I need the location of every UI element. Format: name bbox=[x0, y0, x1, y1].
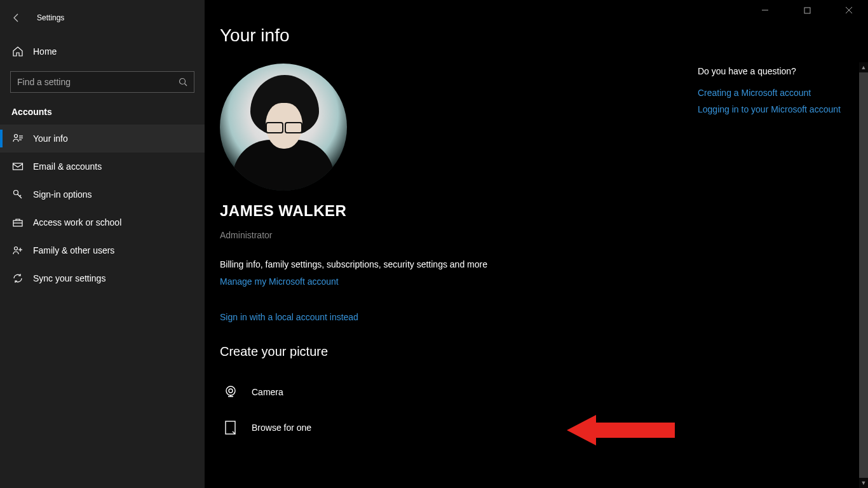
svg-point-18 bbox=[229, 389, 233, 393]
camera-label: Camera bbox=[252, 387, 283, 397]
key-icon bbox=[11, 189, 24, 200]
sidebar: Settings Home Accounts Your info bbox=[0, 0, 205, 488]
search-input[interactable] bbox=[10, 71, 194, 93]
sidebar-item-sync-settings[interactable]: Sync your settings bbox=[0, 264, 205, 292]
close-button[interactable] bbox=[837, 0, 860, 20]
home-icon bbox=[11, 46, 24, 57]
browse-action[interactable]: Browse for one bbox=[220, 410, 675, 445]
scrollbar[interactable]: ▲ ▼ bbox=[859, 62, 868, 488]
mail-icon bbox=[11, 161, 24, 172]
camera-action[interactable]: Camera bbox=[220, 374, 675, 410]
camera-icon bbox=[220, 384, 241, 400]
avatar bbox=[220, 64, 347, 191]
maximize-button[interactable] bbox=[796, 0, 818, 20]
help-panel: Do you have a question? Creating a Micro… bbox=[698, 66, 850, 121]
nav-list: Your info Email & accounts Sign-in optio… bbox=[0, 125, 205, 292]
sidebar-item-label: Your info bbox=[33, 133, 68, 144]
sidebar-header: Settings bbox=[0, 5, 205, 30]
sidebar-item-label: Family & other users bbox=[33, 245, 114, 255]
sidebar-item-label: Sync your settings bbox=[33, 273, 105, 283]
home-label: Home bbox=[33, 46, 57, 57]
picture-section-title: Create your picture bbox=[220, 344, 675, 359]
sidebar-item-access-work-school[interactable]: Access work or school bbox=[0, 208, 205, 236]
sidebar-item-your-info[interactable]: Your info bbox=[0, 125, 205, 152]
help-link-login-account[interactable]: Logging in to your Microsoft account bbox=[698, 104, 850, 114]
sidebar-item-label: Email & accounts bbox=[33, 161, 102, 172]
search-field[interactable] bbox=[17, 77, 179, 87]
briefcase-icon bbox=[11, 217, 24, 228]
svg-line-1 bbox=[185, 84, 187, 86]
titlebar-controls bbox=[754, 0, 860, 20]
billing-description: Billing info, family settings, subscript… bbox=[220, 259, 675, 269]
file-icon bbox=[220, 419, 241, 436]
sidebar-item-family-users[interactable]: Family & other users bbox=[0, 236, 205, 264]
svg-point-0 bbox=[180, 79, 186, 85]
sidebar-item-label: Access work or school bbox=[33, 217, 121, 227]
window-title: Settings bbox=[37, 13, 64, 22]
people-icon bbox=[11, 245, 24, 256]
browse-label: Browse for one bbox=[252, 423, 311, 433]
svg-point-17 bbox=[226, 386, 235, 395]
svg-rect-6 bbox=[13, 163, 23, 170]
scrollbar-thumb[interactable] bbox=[859, 72, 868, 478]
scroll-down-icon[interactable]: ▼ bbox=[859, 478, 868, 488]
user-role: Administrator bbox=[220, 230, 675, 240]
sync-icon bbox=[11, 273, 24, 284]
minimize-button[interactable] bbox=[754, 0, 776, 20]
main-content: Your info JAMES WALKER Administrator Bil… bbox=[205, 0, 868, 488]
sidebar-item-label: Sign-in options bbox=[33, 189, 92, 200]
person-icon bbox=[11, 133, 24, 144]
search-icon bbox=[179, 78, 187, 86]
content-inner: Your info JAMES WALKER Administrator Bil… bbox=[205, 0, 675, 445]
scroll-up-icon[interactable]: ▲ bbox=[859, 62, 868, 72]
help-link-create-account[interactable]: Creating a Microsoft account bbox=[698, 88, 850, 98]
svg-point-2 bbox=[15, 135, 18, 138]
settings-window: Settings Home Accounts Your info bbox=[0, 0, 868, 488]
local-account-link[interactable]: Sign in with a local account instead bbox=[220, 312, 358, 322]
sidebar-item-email-accounts[interactable]: Email & accounts bbox=[0, 152, 205, 180]
home-button[interactable]: Home bbox=[0, 38, 205, 65]
search-container bbox=[0, 65, 205, 102]
help-title: Do you have a question? bbox=[698, 66, 850, 76]
avatar-image bbox=[220, 64, 347, 191]
svg-rect-14 bbox=[804, 8, 810, 13]
svg-point-7 bbox=[14, 191, 18, 195]
user-name: JAMES WALKER bbox=[220, 202, 675, 220]
page-title: Your info bbox=[220, 25, 675, 46]
manage-account-link[interactable]: Manage my Microsoft account bbox=[220, 276, 339, 287]
back-button[interactable] bbox=[11, 13, 22, 23]
svg-point-10 bbox=[15, 247, 18, 250]
sidebar-item-signin-options[interactable]: Sign-in options bbox=[0, 180, 205, 208]
category-label: Accounts bbox=[0, 102, 205, 125]
